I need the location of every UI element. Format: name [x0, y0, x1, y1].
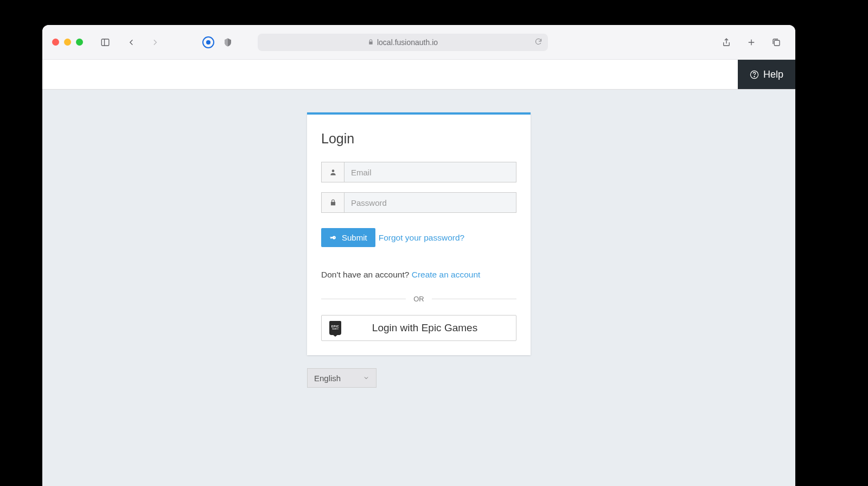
email-input[interactable]: [344, 162, 516, 182]
language-select[interactable]: English: [307, 368, 376, 388]
password-input[interactable]: [344, 192, 516, 213]
epic-button-label: Login with Epic Games: [341, 322, 508, 334]
share-icon[interactable]: [720, 36, 732, 48]
svg-rect-0: [101, 39, 109, 46]
browser-window: local.fusionauth.io Help Login: [42, 25, 795, 486]
app-topbar: Help: [42, 60, 795, 90]
epic-games-icon: EPIC GAMES: [329, 321, 341, 335]
submit-button[interactable]: Submit: [321, 228, 375, 247]
submit-label: Submit: [342, 233, 367, 242]
onepassword-icon[interactable]: [202, 36, 214, 48]
forward-button[interactable]: [149, 36, 161, 48]
new-tab-icon[interactable]: [745, 36, 757, 48]
tabs-overview-icon[interactable]: [770, 36, 782, 48]
divider-line-right: [432, 299, 516, 299]
address-bar[interactable]: local.fusionauth.io: [258, 34, 548, 51]
minimize-window-button[interactable]: [64, 39, 71, 46]
lock-icon: [321, 192, 344, 213]
traffic-lights: [52, 39, 83, 46]
create-account-link[interactable]: Create an account: [412, 270, 481, 279]
refresh-icon[interactable]: [534, 37, 542, 47]
lock-icon: [368, 39, 374, 45]
user-icon: [321, 162, 344, 182]
divider-row: OR: [321, 295, 516, 303]
url-text: local.fusionauth.io: [377, 38, 438, 47]
no-account-text: Don't have an account?: [321, 270, 412, 279]
login-title: Login: [321, 131, 516, 147]
sidebar-toggle-icon[interactable]: [99, 36, 111, 48]
help-button[interactable]: Help: [738, 60, 795, 89]
language-selected: English: [314, 374, 341, 383]
login-card: Login Submit Forgot your password?: [307, 112, 531, 355]
app-content: Help Login Submit: [42, 60, 795, 486]
close-window-button[interactable]: [52, 39, 59, 46]
chevron-down-icon: [363, 375, 369, 381]
browser-toolbar: local.fusionauth.io: [42, 25, 795, 60]
login-epic-button[interactable]: EPIC GAMES Login with Epic Games: [321, 315, 516, 341]
divider-line-left: [321, 299, 406, 299]
register-row: Don't have an account? Create an account: [321, 270, 516, 280]
email-row: [321, 162, 516, 182]
back-button[interactable]: [125, 36, 137, 48]
forgot-password-link[interactable]: Forgot your password?: [379, 233, 465, 243]
password-row: [321, 192, 516, 213]
divider-label: OR: [413, 295, 424, 303]
svg-point-6: [754, 76, 755, 77]
help-label: Help: [763, 69, 783, 80]
svg-rect-4: [774, 40, 780, 46]
action-row: Submit Forgot your password?: [321, 228, 516, 247]
key-icon: [329, 233, 337, 242]
maximize-window-button[interactable]: [76, 39, 83, 46]
privacy-shield-icon[interactable]: [222, 36, 234, 48]
